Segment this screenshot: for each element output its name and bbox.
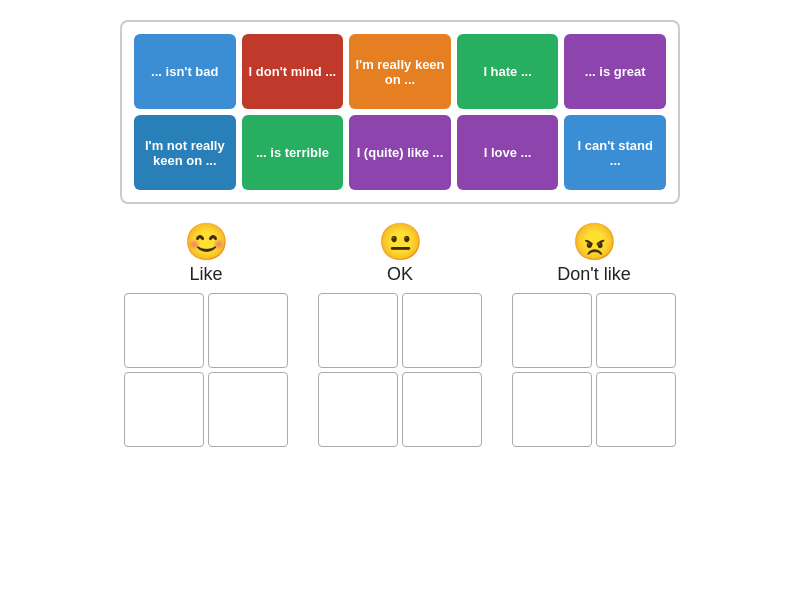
drop-column-ok: 😐OK <box>318 224 482 447</box>
drop-section: 😊Like😐OK😠Don't like <box>60 224 740 447</box>
drop-column-like: 😊Like <box>124 224 288 447</box>
drop-cell-like-0[interactable] <box>124 293 204 368</box>
drop-grid-like[interactable] <box>124 293 288 447</box>
column-header-ok: 😐OK <box>378 224 423 285</box>
card-card-9[interactable]: I love ... <box>457 115 559 190</box>
card-card-10[interactable]: I can't stand ... <box>564 115 666 190</box>
card-card-2[interactable]: I don't mind ... <box>242 34 344 109</box>
column-header-dont-like: 😠Don't like <box>557 224 630 285</box>
emoji-like: 😊 <box>184 224 229 260</box>
drop-grid-dont-like[interactable] <box>512 293 676 447</box>
card-card-3[interactable]: I'm really keen on ... <box>349 34 451 109</box>
column-label-dont-like: Don't like <box>557 264 630 285</box>
drop-cell-ok-3[interactable] <box>402 372 482 447</box>
drop-cell-like-3[interactable] <box>208 372 288 447</box>
card-grid-container: ... isn't badI don't mind ...I'm really … <box>120 20 680 204</box>
drop-cell-like-1[interactable] <box>208 293 288 368</box>
emoji-ok: 😐 <box>378 224 423 260</box>
drop-cell-ok-1[interactable] <box>402 293 482 368</box>
drop-cell-ok-0[interactable] <box>318 293 398 368</box>
page-container: ... isn't badI don't mind ...I'm really … <box>0 0 800 467</box>
drop-cell-dont-like-3[interactable] <box>596 372 676 447</box>
card-card-8[interactable]: I (quite) like ... <box>349 115 451 190</box>
column-label-like: Like <box>189 264 222 285</box>
card-card-1[interactable]: ... isn't bad <box>134 34 236 109</box>
card-card-6[interactable]: I'm not really keen on ... <box>134 115 236 190</box>
drop-column-dont-like: 😠Don't like <box>512 224 676 447</box>
card-card-5[interactable]: ... is great <box>564 34 666 109</box>
card-grid: ... isn't badI don't mind ...I'm really … <box>134 34 666 190</box>
card-card-7[interactable]: ... is terrible <box>242 115 344 190</box>
drop-cell-dont-like-1[interactable] <box>596 293 676 368</box>
drop-cell-dont-like-0[interactable] <box>512 293 592 368</box>
column-header-like: 😊Like <box>184 224 229 285</box>
drop-cell-like-2[interactable] <box>124 372 204 447</box>
emoji-dont-like: 😠 <box>572 224 617 260</box>
drop-cell-ok-2[interactable] <box>318 372 398 447</box>
column-label-ok: OK <box>387 264 413 285</box>
drop-grid-ok[interactable] <box>318 293 482 447</box>
card-card-4[interactable]: I hate ... <box>457 34 559 109</box>
drop-cell-dont-like-2[interactable] <box>512 372 592 447</box>
